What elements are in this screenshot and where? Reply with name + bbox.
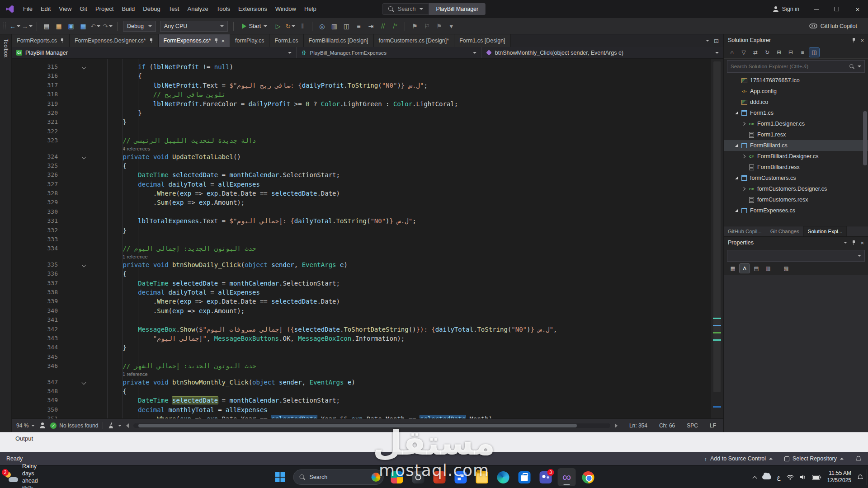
tab-form1-cs-design[interactable]: Form1.cs [Design] <box>454 34 510 47</box>
tab-form1-cs[interactable]: Form1.cs <box>269 34 303 47</box>
expander-icon[interactable] <box>734 112 739 114</box>
line-number[interactable]: 323 <box>12 136 58 145</box>
collapse-all-icon[interactable]: ≡ <box>797 48 807 57</box>
forward-icon[interactable]: → <box>22 21 33 32</box>
fold-margin[interactable] <box>58 136 92 145</box>
fold-margin[interactable] <box>58 81 92 90</box>
menu-project[interactable]: Project <box>91 0 118 18</box>
fold-chevron-icon[interactable] <box>82 65 86 70</box>
expander-icon[interactable] <box>741 155 746 158</box>
toolbox-side-tab[interactable]: Toolbox <box>0 34 12 432</box>
pin-icon[interactable] <box>852 240 856 245</box>
toolbar-overflow-icon[interactable]: ▾ <box>446 21 457 32</box>
code-line[interactable]: 327 decimal dailyTotal = allExpenses <box>12 180 711 189</box>
fold-margin[interactable] <box>58 260 92 269</box>
fold-margin[interactable] <box>58 244 92 253</box>
code-line[interactable]: 315 if (lblNetProfit != null) <box>12 62 711 71</box>
document-outline-icon[interactable]: ▥ <box>329 21 340 32</box>
categorized-icon[interactable]: ▦ <box>728 264 738 273</box>
fold-margin[interactable] <box>58 226 92 235</box>
fold-margin[interactable] <box>58 99 92 108</box>
menu-test[interactable]: Test <box>165 0 184 18</box>
tab-formreports-cs[interactable]: FormReports.cs <box>12 34 70 47</box>
panel-tab-github-copil[interactable]: GitHub Copil... <box>724 226 766 236</box>
fold-margin[interactable] <box>58 235 92 244</box>
teams-icon[interactable]: 3 <box>537 468 555 486</box>
fold-chevron-icon[interactable] <box>82 155 86 159</box>
photos-icon[interactable] <box>409 468 427 486</box>
code-line[interactable]: 351 .Where(exp => exp.Date.Year == selec… <box>12 414 711 418</box>
clock[interactable]: 11:55 AM 12/5/2025 <box>827 470 851 484</box>
expander-icon[interactable] <box>741 122 746 125</box>
line-number[interactable]: 324 <box>12 152 58 161</box>
widgets-icon[interactable] <box>388 468 406 486</box>
next-bookmark-icon[interactable]: ⚑ <box>434 21 444 32</box>
solution-search-box[interactable] <box>727 60 865 73</box>
fold-margin[interactable] <box>58 216 92 225</box>
code-line[interactable]: 330 <box>12 207 711 216</box>
line-number[interactable]: 337 <box>12 279 58 288</box>
line-number[interactable]: 335 <box>12 260 58 269</box>
code-line[interactable]: 342 MessageBox.Show($"إجمالي مصروفات الي… <box>12 325 711 334</box>
menu-edit[interactable]: Edit <box>37 0 55 18</box>
open-file-icon[interactable]: ▦ <box>53 21 64 32</box>
line-number[interactable]: 348 <box>12 387 58 396</box>
expander-icon[interactable] <box>734 144 739 147</box>
github-copilot-button[interactable]: GitHub Copilot <box>809 23 864 29</box>
line-number[interactable]: 336 <box>12 269 58 278</box>
add-to-source-control-button[interactable]: ↑ Add to Source Control <box>704 455 773 462</box>
code-line[interactable]: 341 <box>12 315 711 324</box>
tab-formexpenses-cs[interactable]: FormExpenses.cs*× <box>159 34 231 47</box>
volume-icon[interactable] <box>800 474 806 480</box>
fold-margin[interactable] <box>58 414 92 418</box>
window-options-icon[interactable]: ⊡ <box>714 38 719 44</box>
code-line[interactable]: 346 // حدث البوتون الجديد: إجمالي الشهر <box>12 361 711 371</box>
code-line[interactable]: 325 { <box>12 161 711 170</box>
bookmark-icon[interactable]: ⚑ <box>409 21 420 32</box>
line-number[interactable]: 321 <box>12 117 58 127</box>
fold-chevron-icon[interactable] <box>82 263 86 267</box>
fold-margin[interactable] <box>58 279 92 288</box>
tree-item-formcustomers-cs[interactable]: formCustomers.cs <box>724 173 868 183</box>
tab-formbilliard-cs-design[interactable]: FormBilliard.cs [Design] <box>304 34 374 47</box>
notification-bell-icon[interactable] <box>857 474 863 480</box>
menu-view[interactable]: View <box>55 0 75 18</box>
line-number[interactable]: 340 <box>12 306 58 315</box>
code-line[interactable]: 345 <box>12 352 711 361</box>
line-number[interactable]: 332 <box>12 226 58 235</box>
fold-margin[interactable] <box>58 62 92 71</box>
tree-item-form1-resx[interactable]: Form1.resx <box>724 129 868 140</box>
sync-with-active-document-icon[interactable]: ⇄ <box>750 48 760 57</box>
fold-margin[interactable] <box>58 269 92 278</box>
code-line[interactable]: 331 lblTotalExpenses.Text = $"إجمالي الي… <box>12 216 711 225</box>
break-all-icon[interactable]: ‖ <box>297 21 308 32</box>
fold-margin[interactable] <box>58 387 92 396</box>
code-line[interactable]: 344 } <box>12 343 711 352</box>
tree-item-formbilliard-cs[interactable]: FormBilliard.cs <box>724 140 868 151</box>
code-line[interactable]: 340 .Sum(exp => exp.Amount); <box>12 306 711 315</box>
filter-icon[interactable]: ▽ <box>739 48 749 57</box>
code-cleanup-icon[interactable] <box>108 422 113 428</box>
line-number[interactable]: 319 <box>12 99 58 108</box>
document-health-indicator[interactable]: ✓ No issues found <box>50 422 98 429</box>
fold-margin[interactable] <box>58 405 92 414</box>
line-number[interactable]: 328 <box>12 189 58 198</box>
line-number[interactable]: 329 <box>12 198 58 207</box>
save-all-icon[interactable]: ▦ <box>78 21 89 32</box>
fold-margin[interactable] <box>58 325 92 334</box>
properties-object-dropdown[interactable] <box>727 250 865 262</box>
line-number[interactable]: 345 <box>12 352 58 361</box>
split-view-icon[interactable]: ◫ <box>341 21 352 32</box>
save-icon[interactable]: ▣ <box>66 21 76 32</box>
close-button[interactable]: × <box>847 0 868 18</box>
maximize-button[interactable] <box>826 0 847 18</box>
line-ending-indicator[interactable]: LF <box>710 422 716 429</box>
fold-margin[interactable] <box>58 297 92 306</box>
close-icon[interactable]: × <box>860 37 864 44</box>
chevron-down-icon[interactable] <box>844 242 847 244</box>
menu-file[interactable]: File <box>19 0 37 18</box>
tab-formexpenses-designer-cs[interactable]: FormExpenses.Designer.cs* <box>70 34 159 47</box>
fold-margin[interactable] <box>58 343 92 352</box>
onedrive-icon[interactable] <box>762 475 771 479</box>
scrollbar-thumb[interactable] <box>138 424 577 427</box>
